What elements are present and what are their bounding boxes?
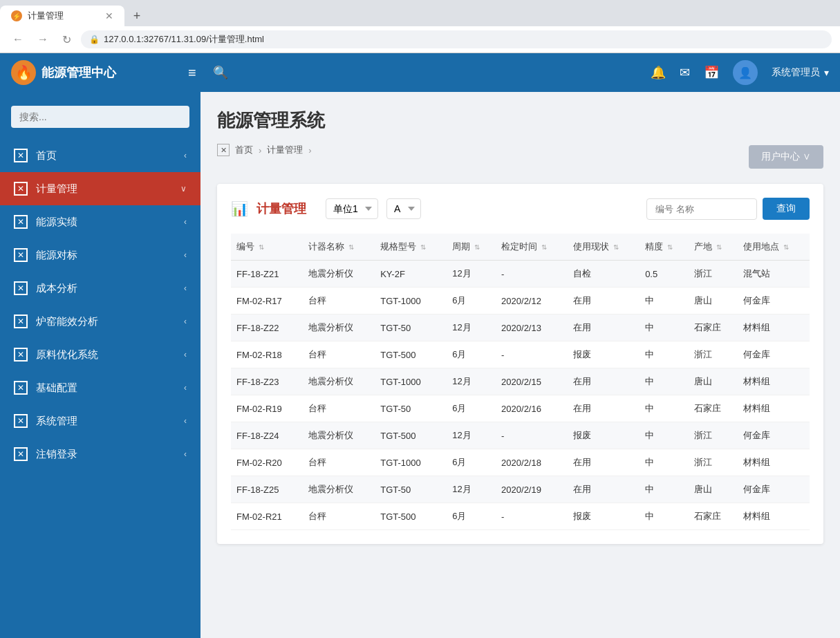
sidebar-item-config[interactable]: ✕ 基础配置 ‹ bbox=[0, 371, 200, 404]
cell-precision: 中 bbox=[640, 288, 689, 315]
cell-name: 地震分析仪 bbox=[303, 368, 375, 395]
cell-check_time: - bbox=[496, 503, 568, 530]
cell-origin: 浙江 bbox=[689, 449, 738, 476]
sidebar-meter-arrow: ∨ bbox=[180, 184, 187, 194]
lock-icon: 🔒 bbox=[89, 35, 100, 44]
cell-model: KY-2F bbox=[375, 261, 447, 288]
cell-status: 在用 bbox=[568, 449, 640, 476]
sort-icon-location: ⇅ bbox=[783, 243, 789, 251]
sidebar-item-material[interactable]: ✕ 原料优化系统 ‹ bbox=[0, 338, 200, 371]
sidebar-material-icon: ✕ bbox=[14, 348, 28, 362]
cell-location: 材料组 bbox=[738, 503, 810, 530]
cell-status: 自检 bbox=[568, 261, 640, 288]
sidebar-item-meter[interactable]: ✕ 计量管理 ∨ bbox=[0, 172, 200, 205]
query-button[interactable]: 查询 bbox=[763, 198, 810, 220]
sidebar-material-label: 原料优化系统 bbox=[36, 348, 176, 362]
cell-precision: 中 bbox=[640, 422, 689, 449]
cell-model: TGT-500 bbox=[375, 341, 447, 368]
cell-location: 何金库 bbox=[738, 341, 810, 368]
tab-favicon: ⚡ bbox=[11, 10, 22, 21]
sidebar-item-benchmark[interactable]: ✕ 能源对标 ‹ bbox=[0, 238, 200, 272]
back-button[interactable]: ← bbox=[8, 32, 28, 47]
table-row: FF-18-Z23地震分析仪TGT-100012月2020/2/15在用中唐山材… bbox=[231, 368, 810, 395]
cell-name: 台秤 bbox=[303, 449, 375, 476]
page-title: 能源管理系统 bbox=[217, 109, 823, 133]
meter-table: 编号 ⇅ 计器名称 ⇅ 规格型号 ⇅ 周期 ⇅ 检定时间 ⇅ 使用现状 ⇅ 精度… bbox=[231, 234, 810, 530]
main-content: 能源管理系统 ✕ 首页 › 计量管理 › 用户中心 ∨ 📊 计量管理 单位1 bbox=[200, 92, 840, 638]
col-header-status[interactable]: 使用现状 ⇅ bbox=[568, 234, 640, 261]
sidebar-config-label: 基础配置 bbox=[36, 382, 176, 395]
header-search-icon[interactable]: 🔍 bbox=[213, 65, 228, 80]
sidebar-cost-icon: ✕ bbox=[14, 281, 28, 295]
sidebar-energy-icon: ✕ bbox=[14, 215, 28, 229]
sort-icon-name: ⇅ bbox=[348, 243, 354, 251]
cell-period: 12月 bbox=[447, 315, 496, 341]
col-header-precision[interactable]: 精度 ⇅ bbox=[640, 234, 689, 261]
reload-button[interactable]: ↻ bbox=[58, 32, 75, 48]
menu-toggle-icon[interactable]: ≡ bbox=[188, 65, 196, 81]
user-center-button[interactable]: 用户中心 ∨ bbox=[749, 145, 823, 169]
sidebar-item-system[interactable]: ✕ 系统管理 ‹ bbox=[0, 404, 200, 438]
app-logo: 🔥 能源管理中心 bbox=[11, 60, 177, 85]
cell-location: 材料组 bbox=[738, 315, 810, 341]
tab-bar: ⚡ 计量管理 ✕ + bbox=[0, 0, 840, 26]
notification-icon[interactable]: 🔔 bbox=[651, 65, 666, 80]
breadcrumb: ✕ 首页 › 计量管理 › bbox=[217, 144, 312, 156]
forward-button[interactable]: → bbox=[33, 32, 53, 47]
table-row: FM-02-R18台秤TGT-5006月-报废中浙江何金库 bbox=[231, 341, 810, 368]
browser-tab-active[interactable]: ⚡ 计量管理 ✕ bbox=[0, 6, 124, 26]
col-header-location[interactable]: 使用地点 ⇅ bbox=[738, 234, 810, 261]
sidebar-item-energy[interactable]: ✕ 能源实绩 ‹ bbox=[0, 205, 200, 238]
cell-period: 6月 bbox=[447, 395, 496, 422]
type-filter-select[interactable]: A bbox=[386, 198, 421, 219]
url-bar[interactable]: 🔒 127.0.0.1:32767/11.31.09/计量管理.html bbox=[81, 30, 832, 48]
breadcrumb-home[interactable]: 首页 bbox=[235, 144, 253, 156]
sidebar-item-home[interactable]: ✕ 首页 ‹ bbox=[0, 139, 200, 172]
sidebar-item-logout[interactable]: ✕ 注销登录 ‹ bbox=[0, 438, 200, 471]
col-header-id[interactable]: 编号 ⇅ bbox=[231, 234, 303, 261]
sidebar-benchmark-arrow: ‹ bbox=[184, 250, 187, 260]
breadcrumb-current: 计量管理 bbox=[267, 144, 303, 156]
col-header-name[interactable]: 计器名称 ⇅ bbox=[303, 234, 375, 261]
col-header-model[interactable]: 规格型号 ⇅ bbox=[375, 234, 447, 261]
new-tab-button[interactable]: + bbox=[127, 6, 147, 26]
sidebar-cost-label: 成本分析 bbox=[36, 282, 176, 295]
cell-precision: 中 bbox=[640, 476, 689, 503]
cell-check_time: 2020/2/19 bbox=[496, 476, 568, 503]
col-header-origin[interactable]: 产地 ⇅ bbox=[689, 234, 738, 261]
cell-status: 报废 bbox=[568, 503, 640, 530]
col-header-period[interactable]: 周期 ⇅ bbox=[447, 234, 496, 261]
sidebar: ✕ 首页 ‹ ✕ 计量管理 ∨ ✕ 能源实绩 ‹ ✕ 能源对标 ‹ ✕ 成本分析… bbox=[0, 92, 200, 638]
user-menu[interactable]: 系统管理员 ▾ bbox=[772, 66, 829, 79]
mail-icon[interactable]: ✉ bbox=[680, 65, 690, 80]
table-row: FF-18-Z25地震分析仪TGT-5012月2020/2/19在用中唐山何金库 bbox=[231, 476, 810, 503]
col-header-check-time[interactable]: 检定时间 ⇅ bbox=[496, 234, 568, 261]
cell-model: TGT-50 bbox=[375, 395, 447, 422]
cell-period: 6月 bbox=[447, 449, 496, 476]
table-search-input[interactable] bbox=[646, 198, 757, 220]
sidebar-item-furnace[interactable]: ✕ 炉窑能效分析 ‹ bbox=[0, 305, 200, 338]
address-bar: ← → ↻ 🔒 127.0.0.1:32767/11.31.09/计量管理.ht… bbox=[0, 26, 840, 53]
sidebar-home-label: 首页 bbox=[36, 149, 176, 162]
sidebar-home-icon: ✕ bbox=[14, 149, 28, 162]
sidebar-logout-label: 注销登录 bbox=[36, 448, 176, 461]
cell-check_time: 2020/2/18 bbox=[496, 449, 568, 476]
user-avatar: 👤 bbox=[733, 60, 758, 85]
sidebar-search-input[interactable] bbox=[11, 106, 189, 128]
tab-close-button[interactable]: ✕ bbox=[105, 10, 113, 21]
cell-status: 在用 bbox=[568, 476, 640, 503]
unit-filter-select[interactable]: 单位1 bbox=[326, 198, 378, 219]
cell-precision: 中 bbox=[640, 315, 689, 341]
cell-status: 在用 bbox=[568, 395, 640, 422]
table-row: FM-02-R19台秤TGT-506月2020/2/16在用中石家庄材料组 bbox=[231, 395, 810, 422]
cell-name: 地震分析仪 bbox=[303, 476, 375, 503]
sidebar-item-cost[interactable]: ✕ 成本分析 ‹ bbox=[0, 272, 200, 305]
cell-location: 材料组 bbox=[738, 368, 810, 395]
logo-icon: 🔥 bbox=[11, 60, 36, 85]
cell-origin: 唐山 bbox=[689, 476, 738, 503]
sidebar-search-container bbox=[11, 106, 189, 128]
table-header-row: 编号 ⇅ 计器名称 ⇅ 规格型号 ⇅ 周期 ⇅ 检定时间 ⇅ 使用现状 ⇅ 精度… bbox=[231, 234, 810, 261]
cell-model: TGT-1000 bbox=[375, 288, 447, 315]
calendar-icon[interactable]: 📅 bbox=[704, 65, 719, 80]
table-search-area: 查询 bbox=[646, 198, 810, 220]
